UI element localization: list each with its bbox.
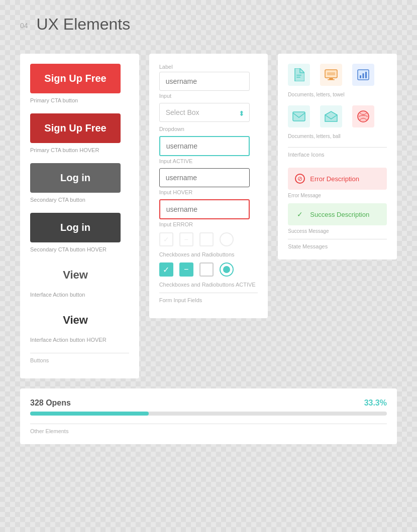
checkboxes-active-row: ✓ − [159, 262, 258, 277]
svg-rect-5 [327, 72, 335, 75]
secondary-cta-label: Secondary CTA button [30, 197, 129, 203]
icons-row-1 [288, 64, 387, 86]
radio-unchecked [220, 232, 234, 246]
field-label: Label [159, 64, 258, 70]
buttons-section-label: Buttons [30, 353, 129, 363]
minus-icon-active: − [184, 265, 188, 274]
success-caption: Success Message [288, 228, 387, 234]
icons-row-2 [288, 105, 387, 127]
select-wrapper: Select Box ⬍ [159, 103, 250, 124]
checkbox-minus-inactive: − [179, 232, 193, 246]
minus-icon: − [184, 235, 188, 243]
envelope-icon [288, 105, 310, 127]
success-icon: ✓ [295, 209, 305, 219]
checkbox-caption: Checkboxes and Radiobuttons [159, 251, 258, 257]
page-number: 04 [20, 22, 28, 30]
checkbox-checked[interactable]: ✓ [159, 262, 173, 277]
input-caption: Input [159, 93, 258, 99]
action-hover-button[interactable]: View [30, 308, 121, 333]
input-hover-caption: Input HOVER [159, 189, 258, 195]
checkbox-active-caption: Checkboxes and Radiobuttons ACTIVE [159, 282, 258, 288]
svg-rect-1 [296, 77, 300, 78]
forms-section-label: Form Input Fields [159, 293, 258, 303]
input-error[interactable] [159, 199, 250, 219]
action-hover-label: Interface Action button HOVER [30, 337, 129, 343]
input-active[interactable] [159, 136, 250, 156]
open-envelope-icon [320, 105, 342, 127]
dropdown-caption: Dropdown [159, 126, 258, 132]
states-section-label: State Messages [288, 239, 387, 249]
input-error-caption: Input ERROR [159, 221, 258, 227]
icons-section-label: Interface Icons [288, 147, 387, 158]
progress-percentage: 33.3% [364, 398, 387, 408]
chart-icon [352, 64, 374, 86]
action-label: Interface Action button [30, 292, 129, 298]
primary-cta-hover-button[interactable]: Sign Up Free [30, 113, 121, 143]
secondary-cta-hover-button[interactable]: Log in [30, 213, 121, 242]
icons-row2-caption: Documents, letters, ball [288, 134, 387, 139]
radio-active[interactable] [220, 262, 234, 277]
primary-cta-label: Primary CTA button [30, 97, 129, 103]
select-input[interactable]: Select Box [159, 103, 250, 122]
icons-row1-caption: Documents, letters, towel [288, 92, 387, 97]
checkboxes-inactive-row: ✓ − [159, 232, 258, 246]
ball-icon [352, 105, 374, 127]
progress-bar-fill [30, 412, 149, 416]
success-message-box: ✓ Success Description [288, 203, 387, 225]
secondary-cta-button[interactable]: Log in [30, 163, 121, 193]
action-button[interactable]: View [30, 262, 121, 288]
input-active-caption: Input ACTIVE [159, 158, 258, 164]
svg-rect-10 [293, 112, 305, 121]
error-description: Error Description [310, 175, 359, 183]
radio-inner [223, 266, 230, 273]
secondary-cta-hover-label: Secondary CTA button HOVER [30, 246, 129, 252]
primary-cta-button[interactable]: Sign Up Free [30, 64, 121, 93]
error-icon: ⊘ [295, 174, 305, 184]
svg-point-11 [358, 111, 369, 122]
forms-panel: Label Input Select Box ⬍ Dropdown Input … [149, 54, 268, 318]
success-description: Success Description [310, 211, 369, 218]
svg-rect-8 [363, 73, 364, 78]
monitor-icon [320, 64, 342, 86]
progress-bar-background [30, 412, 387, 416]
page-title-text: UX Elements [36, 15, 130, 33]
progress-row: 328 Opens 33.3% [30, 398, 387, 408]
checkbox-unchecked-1: ✓ [159, 232, 173, 246]
svg-rect-4 [328, 79, 335, 80]
error-caption: Error Message [288, 193, 387, 198]
primary-cta-hover-label: Primary CTA button HOVER [30, 147, 129, 153]
document-icon [288, 64, 310, 86]
other-section-label: Other Elements [30, 424, 387, 434]
svg-rect-0 [296, 75, 301, 76]
input-default[interactable] [159, 72, 250, 91]
error-message-box: ⊘ Error Description [288, 168, 387, 190]
checkbox-empty[interactable] [199, 262, 214, 277]
checkbox-minus-active[interactable]: − [179, 262, 193, 277]
other-panel: 328 Opens 33.3% Other Elements [20, 388, 397, 444]
svg-rect-9 [365, 72, 367, 78]
check-icon: ✓ [163, 235, 169, 243]
svg-rect-7 [360, 75, 361, 78]
checkbox-unchecked-2 [199, 232, 214, 246]
page-title: 04 UX Elements [20, 15, 397, 34]
svg-rect-3 [329, 78, 333, 79]
input-hover[interactable] [159, 168, 250, 187]
icons-panel: Documents, letters, towel [278, 54, 397, 259]
buttons-panel: Sign Up Free Primary CTA button Sign Up … [20, 54, 139, 378]
progress-label: 328 Opens [30, 398, 71, 408]
check-icon-active: ✓ [163, 265, 169, 275]
